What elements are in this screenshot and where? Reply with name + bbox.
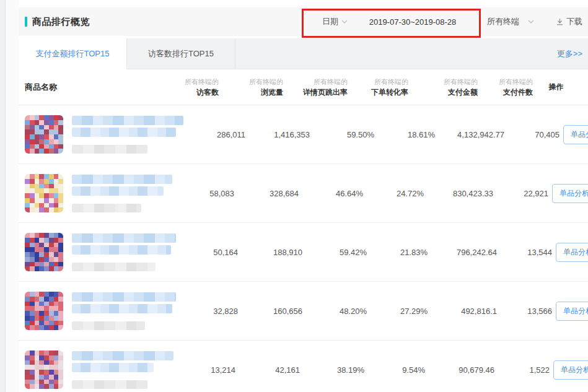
bounce-rate-value: 38.19% — [300, 341, 364, 392]
visitors-value: 13,214 — [173, 341, 235, 392]
visitors-value: 286,011 — [183, 105, 245, 163]
payment-items-value: 22,921 — [493, 164, 548, 222]
header-filters: 日期 2019-07-30~2019-08-28 所有终端 下载 — [322, 7, 582, 36]
terminal-filter-dropdown[interactable]: 所有终端 — [487, 16, 534, 27]
conversion-value: 24.72% — [363, 164, 424, 222]
payment-amount-value: 830,423.33 — [424, 164, 493, 222]
column-header-product-name: 商品名称 — [19, 69, 157, 105]
action-cell: 单品分析 — [559, 105, 588, 163]
redacted-title-line — [72, 175, 172, 184]
product-name-redacted — [72, 351, 173, 389]
product-thumbnail — [25, 233, 63, 271]
single-item-analysis-button[interactable]: 单品分析 — [553, 360, 588, 380]
column-header-visitors: 所有终端的 访客数 — [157, 69, 219, 105]
column-header-pageviews: 所有终端的 浏览量 — [219, 69, 283, 105]
product-cell[interactable] — [19, 341, 173, 392]
pageviews-value: 42,161 — [235, 341, 300, 392]
chevron-down-icon — [528, 20, 534, 24]
panel-title-wrap: 商品排行概览 — [19, 16, 90, 28]
payment-items-value: 1,522 — [494, 341, 550, 392]
redacted-title-line — [72, 351, 173, 360]
redacted-title-line — [72, 304, 172, 313]
table-row: 13,214 42,161 38.19% 9.54% 90,679.46 1,5… — [19, 341, 588, 392]
tab-bar: 支付金额排行TOP15 访客数排行TOP15 更多>> — [19, 38, 588, 69]
tab-visitor-ranking[interactable]: 访客数排行TOP15 — [127, 38, 235, 69]
redacted-title-line — [72, 116, 183, 125]
table-row: 58,083 328,684 46.64% 24.72% 830,423.33 … — [19, 164, 588, 223]
conversion-value: 21.83% — [367, 223, 428, 281]
pageviews-value: 188,910 — [238, 223, 302, 281]
bounce-rate-value: 48.20% — [302, 282, 367, 340]
single-item-analysis-button[interactable]: 单品分析 — [556, 243, 588, 262]
product-cell[interactable] — [19, 223, 176, 281]
payment-items-value: 70,405 — [504, 105, 559, 163]
product-name-redacted — [72, 175, 172, 212]
single-item-analysis-button[interactable]: 单品分析 — [556, 302, 588, 321]
table-row: 286,011 1,416,353 59.50% 18.61% 4,132,94… — [19, 105, 588, 164]
product-name-redacted — [72, 116, 183, 154]
page-left-gutter — [6, 0, 19, 392]
payment-amount-value: 492,816.1 — [428, 282, 497, 340]
terminal-filter-value: 所有终端 — [487, 16, 519, 27]
panel-header: 商品排行概览 日期 2019-07-30~2019-08-28 所有终端 下载 — [19, 7, 588, 36]
conversion-value: 18.61% — [374, 105, 435, 163]
date-filter-dropdown[interactable]: 日期 — [322, 16, 348, 27]
table-header-row: 商品名称 所有终端的 访客数 所有终端的 浏览量 所有终端的 详情页跳出率 所有… — [19, 69, 588, 105]
redacted-title-line — [72, 292, 176, 302]
table-row: 32,828 160,656 48.20% 27.29% 492,816.1 1… — [19, 282, 588, 341]
payment-amount-value: 90,679.46 — [425, 341, 494, 392]
product-thumbnail — [25, 174, 63, 212]
product-cell[interactable] — [19, 164, 172, 222]
chevron-down-icon — [341, 20, 348, 24]
redacted-subtext-line — [72, 263, 156, 271]
redacted-title-line — [72, 245, 171, 255]
pageviews-value: 328,684 — [234, 164, 299, 222]
product-name-redacted — [72, 233, 176, 271]
pageviews-value: 1,416,353 — [245, 105, 310, 163]
column-header-payment-items: 所有终端的 支付件数 — [478, 69, 533, 105]
column-header-action: 操作 — [533, 69, 588, 105]
tab-payment-ranking[interactable]: 支付金额排行TOP15 — [19, 38, 127, 69]
conversion-value: 9.54% — [364, 341, 425, 392]
page-left-margin — [0, 0, 6, 392]
payment-amount-value: 4,132,942.77 — [435, 105, 504, 163]
conversion-value: 27.29% — [367, 282, 428, 340]
action-cell: 单品分析 — [552, 223, 588, 281]
date-filter-label: 日期 — [322, 16, 338, 27]
redacted-title-line — [72, 128, 176, 137]
action-cell: 单品分析 — [548, 164, 588, 222]
redacted-subtext-line — [72, 204, 141, 212]
visitors-value: 50,164 — [176, 223, 238, 281]
single-item-analysis-button[interactable]: 单品分析 — [563, 125, 588, 144]
payment-items-value: 13,566 — [497, 282, 552, 340]
redacted-subtext-line — [72, 380, 147, 389]
pageviews-value: 160,656 — [238, 282, 302, 340]
redacted-subtext-line — [72, 321, 145, 330]
action-cell: 单品分析 — [552, 282, 588, 340]
column-header-order-conversion: 所有终端的 下单转化率 — [348, 69, 408, 105]
product-cell[interactable] — [19, 282, 176, 340]
redacted-title-line — [72, 363, 154, 372]
table-row: 50,164 188,910 59.42% 21.83% 796,242.64 … — [19, 223, 588, 282]
bounce-rate-value: 46.64% — [299, 164, 363, 222]
bounce-rate-value: 59.42% — [302, 223, 367, 281]
visitors-value: 58,083 — [172, 164, 234, 222]
redacted-title-line — [72, 186, 164, 196]
bounce-rate-value: 59.50% — [310, 105, 374, 163]
page-title: 商品排行概览 — [32, 16, 90, 28]
single-item-analysis-button[interactable]: 单品分析 — [552, 184, 588, 203]
more-link[interactable]: 更多>> — [557, 48, 582, 59]
payment-items-value: 13,544 — [497, 223, 552, 281]
download-button[interactable]: 下载 — [556, 16, 582, 27]
title-accent-bar — [25, 17, 27, 27]
product-thumbnail — [25, 351, 63, 389]
redacted-title-line — [72, 233, 176, 243]
download-icon — [556, 18, 564, 26]
product-thumbnail — [25, 115, 63, 154]
product-cell[interactable] — [19, 105, 183, 163]
redacted-subtext-line — [72, 145, 147, 154]
date-range-value[interactable]: 2019-07-30~2019-08-28 — [366, 17, 459, 27]
product-name-redacted — [72, 292, 176, 330]
column-header-bounce-rate: 所有终端的 详情页跳出率 — [283, 69, 348, 105]
download-label: 下载 — [566, 16, 582, 27]
